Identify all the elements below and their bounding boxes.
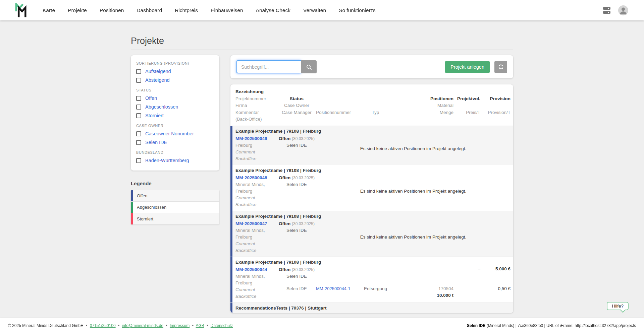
project-number-link[interactable]: MM-202500044 xyxy=(235,266,277,273)
filter-option-aufsteigend[interactable]: Aufsteigend xyxy=(136,69,214,74)
header-col-status: Status Case Owner Case Manager xyxy=(277,89,316,124)
status-value: Offen (30.03.2025) xyxy=(277,175,316,181)
checkbox-abgeschlossen[interactable] xyxy=(136,105,141,110)
backoffice-line: Backoffice xyxy=(235,155,277,162)
nav-item-analyse-check[interactable]: Analyse Check xyxy=(250,7,297,13)
position-number-link[interactable]: MM-202500044-1 xyxy=(316,286,351,291)
project-title: Example Projectname | 79108 | Freiburg xyxy=(235,211,511,220)
position-case-manager: Selen IDE xyxy=(277,285,316,300)
nav-item-einbauweisen[interactable]: Einbauweisen xyxy=(204,7,250,13)
project-row[interactable]: Example Projectname | 79108 | Freiburg M… xyxy=(230,211,513,257)
project-row[interactable]: Example Projectname | 79108 | Freiburg M… xyxy=(230,257,513,303)
no-positions-message: Es sind keine aktiven Positionen im Proj… xyxy=(316,146,511,151)
project-number-link[interactable]: MM-202500049 xyxy=(235,135,277,142)
search-button[interactable] xyxy=(301,60,317,73)
checkbox-offen[interactable] xyxy=(136,96,141,101)
company-line: Mineral Minds, xyxy=(235,273,277,280)
checkbox-selen-ide[interactable] xyxy=(136,140,141,145)
position-material-menge: 170504 10.000 t xyxy=(395,285,453,300)
footer-session-text: (Mineral Minds) | 7ce360e83fb0 | URL of … xyxy=(485,323,636,328)
project-number-link[interactable]: MM-202500048 xyxy=(235,175,277,181)
filter-option-caseowner-nonumber[interactable]: Caseowner Nonumber xyxy=(136,131,214,136)
top-nav: Karte Projekte Positionen Dashboard Rich… xyxy=(0,0,644,20)
projects-table: Bezeichnung Projektnummer Firma Kommenta… xyxy=(230,84,513,313)
search-input[interactable] xyxy=(236,60,301,73)
backoffice-line: Backoffice xyxy=(235,293,277,300)
page-title: Projekte xyxy=(131,36,513,46)
footer: © 2025 Mineral Minds Deutschland GmbH • … xyxy=(0,318,644,333)
project-row[interactable]: RecommendationsTests | 70376 | Stuttgart… xyxy=(230,303,513,313)
filter-option-label: Abgeschlossen xyxy=(145,104,178,110)
filter-sidebar: SORTIERUNG (PROVISION) Aufsteigend Abste… xyxy=(131,55,219,313)
position-typ: Entsorgung xyxy=(356,285,395,300)
backoffice-line: Backoffice xyxy=(235,201,277,208)
case-owner-value: Selen IDE xyxy=(277,273,316,280)
company-line2: Freiburg xyxy=(235,234,277,241)
user-menu-button[interactable] xyxy=(618,5,629,16)
legend-color-storniert xyxy=(131,213,133,224)
comment-line: Comment xyxy=(235,149,277,155)
company-line: Mineral Minds, xyxy=(235,181,277,188)
checkbox-caseowner-nonumber[interactable] xyxy=(136,131,141,136)
footer-link-agb[interactable]: AGB xyxy=(196,323,204,328)
legend-label: Abgeschlossen xyxy=(137,205,166,210)
filter-option-absteigend[interactable]: Absteigend xyxy=(136,77,214,83)
filter-section-label-sortierung: SORTIERUNG (PROVISION) xyxy=(136,61,214,65)
footer-link-datenschutz[interactable]: Datenschutz xyxy=(211,323,233,328)
legend-color-offen xyxy=(131,190,133,201)
checkbox-aufsteigend[interactable] xyxy=(136,69,141,74)
company-line2: Freiburg xyxy=(235,188,277,195)
comment-line: Comment xyxy=(235,195,277,201)
footer-separator: • xyxy=(166,323,167,328)
nav-item-positionen[interactable]: Positionen xyxy=(93,7,130,13)
footer-link-impressum[interactable]: Impressum xyxy=(170,323,190,328)
case-owner-value: Selen IDE xyxy=(277,181,316,188)
checkbox-baden-wuerttemberg[interactable] xyxy=(136,158,141,163)
footer-link-phone[interactable]: 07151/250100 xyxy=(90,323,116,328)
footer-separator: • xyxy=(118,323,119,328)
app-logo[interactable] xyxy=(15,3,28,18)
nav-item-karte[interactable]: Karte xyxy=(36,7,61,13)
header-col-typ: Typ xyxy=(356,89,395,124)
nav-item-projekte[interactable]: Projekte xyxy=(61,7,93,13)
project-row[interactable]: Example Projectname | 79108 | Freiburg M… xyxy=(230,126,513,165)
create-project-button[interactable]: Projekt anlegen xyxy=(445,61,490,73)
refresh-button[interactable] xyxy=(494,61,507,73)
server-menu-button[interactable] xyxy=(602,5,612,15)
nav-item-dashboard[interactable]: Dashboard xyxy=(130,7,168,13)
project-row[interactable]: Example Projectname | 79108 | Freiburg M… xyxy=(230,165,513,211)
filter-option-label: Aufsteigend xyxy=(145,69,171,74)
checkbox-absteigend[interactable] xyxy=(136,78,141,83)
help-button[interactable]: Hilfe? xyxy=(607,302,629,310)
footer-separator: • xyxy=(207,323,208,328)
legend-item-offen: Offen xyxy=(131,190,219,202)
nav-item-verwalten[interactable]: Verwalten xyxy=(297,7,332,13)
project-title: Example Projectname | 79108 | Freiburg xyxy=(235,257,511,266)
project-title: RecommendationsTests | 70376 | Stuttgart xyxy=(235,303,511,312)
filter-card: SORTIERUNG (PROVISION) Aufsteigend Abste… xyxy=(131,55,219,171)
table-header: Bezeichnung Projektnummer Firma Kommenta… xyxy=(230,84,513,126)
project-title: Example Projectname | 79108 | Freiburg xyxy=(235,126,511,135)
legend-item-abgeschlossen: Abgeschlossen xyxy=(131,202,219,213)
filter-option-label: Absteigend xyxy=(145,77,170,83)
filter-option-storniert[interactable]: Storniert xyxy=(136,113,214,118)
filter-option-baden-wuerttemberg[interactable]: Baden-Württemberg xyxy=(136,158,214,163)
footer-copyright: © 2025 Mineral Minds Deutschland GmbH xyxy=(8,323,84,328)
project-total-provision: 5.000 € xyxy=(480,266,511,281)
comment-line: Comment xyxy=(235,241,277,247)
filter-option-selen-ide[interactable]: Selen IDE xyxy=(136,140,214,145)
footer-link-email[interactable]: info@mineral-minds.de xyxy=(122,323,163,328)
status-date: (30.03.2025) xyxy=(292,136,315,141)
footer-separator: • xyxy=(86,323,87,328)
title-divider xyxy=(131,50,513,50)
case-owner-value: Selen IDE xyxy=(277,142,316,149)
project-number-link[interactable]: MM-202500047 xyxy=(235,220,277,227)
case-owner-value: Selen IDE xyxy=(277,227,316,234)
filter-option-label: Caseowner Nonumber xyxy=(145,131,194,136)
filter-option-offen[interactable]: Offen xyxy=(136,95,214,101)
checkbox-storniert[interactable] xyxy=(136,113,141,118)
filter-option-abgeschlossen[interactable]: Abgeschlossen xyxy=(136,104,214,110)
nav-item-so-funktionierts[interactable]: So funktioniert's xyxy=(332,7,382,13)
nav-item-richtpreis[interactable]: Richtpreis xyxy=(168,7,204,13)
status-bar-offen xyxy=(230,126,232,165)
